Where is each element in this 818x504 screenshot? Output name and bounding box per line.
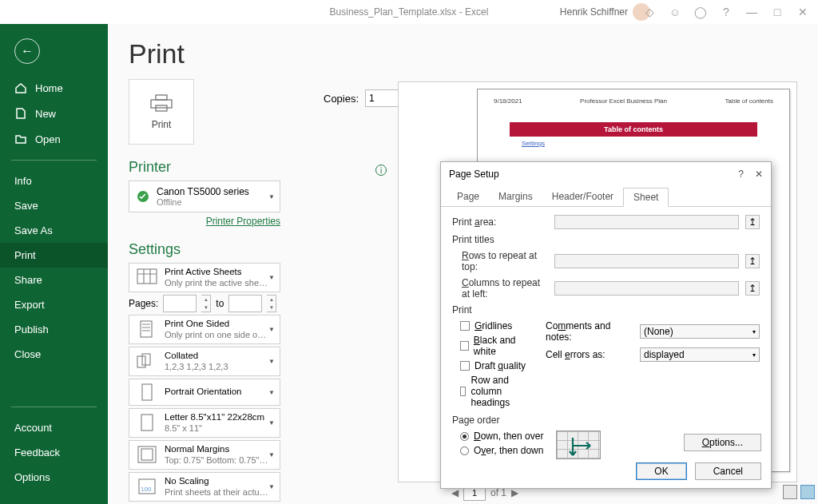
black-white-checkbox[interactable] <box>460 341 469 351</box>
draft-quality-checkbox[interactable] <box>460 361 470 371</box>
pages-label: Pages: <box>129 298 158 309</box>
print-area-label: Print area: <box>452 216 548 228</box>
backstage-sidebar: ← Home New Open Info Save Save As Print … <box>0 24 108 504</box>
print-button[interactable]: Print <box>129 79 194 145</box>
sidebar-item-publish[interactable]: Publish <box>0 317 108 342</box>
comments-dropdown[interactable]: (None)▾ <box>640 324 760 339</box>
collate-icon <box>136 351 158 371</box>
collate-dropdown[interactable]: Collated1,2,3 1,2,3 1,2,3▼ <box>129 347 280 376</box>
down-then-over-radio[interactable] <box>460 432 469 441</box>
svg-rect-4 <box>137 269 157 284</box>
sidebar-item-open[interactable]: Open <box>0 126 108 152</box>
printer-info-icon[interactable]: i <box>375 165 387 176</box>
printer-properties-link[interactable]: Printer Properties <box>129 216 280 227</box>
options-button[interactable]: Options... <box>684 434 761 451</box>
sidebar-item-account[interactable]: Account <box>0 415 108 440</box>
print-what-dropdown[interactable]: Print Active SheetsOnly print the active… <box>129 263 280 292</box>
dialog-tabs: Page Margins Header/Footer Sheet <box>441 188 771 207</box>
next-page-button[interactable]: ▶ <box>511 487 518 498</box>
maximize-icon[interactable]: □ <box>770 6 784 18</box>
zoom-to-page-button[interactable] <box>800 485 815 499</box>
printer-status-icon <box>136 189 150 204</box>
rows-repeat-input[interactable] <box>554 254 739 268</box>
scaling-icon: 100 <box>136 477 158 496</box>
document-title: Business_Plan_Template.xlsx - Excel <box>330 6 489 18</box>
show-margins-button[interactable] <box>783 485 797 499</box>
dialog-title: Page Setup <box>449 169 499 180</box>
sidebar-item-options[interactable]: Options <box>0 465 108 490</box>
svg-rect-11 <box>141 449 153 460</box>
sidebar-item-info[interactable]: Info <box>0 169 108 193</box>
tab-header-footer[interactable]: Header/Footer <box>542 188 623 206</box>
one-sided-icon <box>136 319 158 339</box>
minimize-icon[interactable]: — <box>745 6 759 18</box>
tab-page[interactable]: Page <box>447 188 489 206</box>
home-icon <box>14 81 27 94</box>
pages-to-input[interactable] <box>228 295 262 312</box>
help-icon[interactable]: ? <box>719 6 733 18</box>
prev-page-button[interactable]: ◀ <box>451 487 459 498</box>
smile-icon[interactable]: ☺ <box>668 6 682 18</box>
over-then-down-radio[interactable] <box>460 446 469 455</box>
dialog-help-button[interactable]: ? <box>738 169 744 180</box>
page-setup-dialog: Page Setup ? ✕ Page Margins Header/Foote… <box>440 161 772 489</box>
account-icon[interactable]: ◯ <box>693 6 708 18</box>
preview-toc-bar: Table of contents <box>510 122 757 137</box>
svg-rect-5 <box>141 321 152 337</box>
copies-input[interactable] <box>365 89 399 107</box>
tab-sheet[interactable]: Sheet <box>623 188 669 207</box>
svg-rect-9 <box>141 415 153 431</box>
close-window-icon[interactable]: ✕ <box>796 6 810 18</box>
svg-rect-8 <box>142 384 152 400</box>
print-group: Print <box>452 304 760 315</box>
margins-icon <box>136 445 158 464</box>
pages-from-input[interactable] <box>163 295 197 312</box>
printer-dropdown[interactable]: Canon TS5000 seriesOffline ▼ <box>129 181 280 212</box>
rows-repeat-range-button[interactable]: ↥ <box>745 254 760 268</box>
user-account[interactable]: Henrik Schiffner <box>560 3 650 21</box>
cols-repeat-range-button[interactable]: ↥ <box>745 281 760 296</box>
sidebar-item-save[interactable]: Save <box>0 193 108 218</box>
margins-dropdown[interactable]: Normal MarginsTop: 0.75" Bottom: 0.75" L… <box>129 440 280 470</box>
title-bar: Business_Plan_Template.xlsx - Excel Henr… <box>0 0 818 24</box>
folder-icon <box>14 133 27 145</box>
sidebar-item-home[interactable]: Home <box>0 75 108 101</box>
page-order-preview <box>556 431 601 459</box>
sidebar-item-feedback[interactable]: Feedback <box>0 440 108 465</box>
portrait-icon <box>136 383 158 402</box>
row-col-headings-checkbox[interactable] <box>460 387 466 396</box>
sheets-icon <box>136 268 158 287</box>
orientation-dropdown[interactable]: Portrait Orientation▼ <box>129 379 280 406</box>
sidebar-item-share[interactable]: Share <box>0 268 108 292</box>
printer-icon <box>149 93 173 113</box>
print-backstage: Print Print Copies: ▲▼ i Printer Canon T… <box>108 24 818 504</box>
tab-margins[interactable]: Margins <box>489 188 542 206</box>
sidebar-item-export[interactable]: Export <box>0 292 108 317</box>
chevron-down-icon: ▼ <box>268 193 275 200</box>
cancel-button[interactable]: Cancel <box>695 462 761 480</box>
sidebar-item-new[interactable]: New <box>0 101 108 126</box>
diamond-icon[interactable]: ◇ <box>642 6 657 18</box>
paper-size-dropdown[interactable]: Letter 8.5"x11" 22x28cm8.5" x 11"▼ <box>129 408 280 438</box>
page-title: Print <box>129 38 797 69</box>
sidebar-item-print[interactable]: Print <box>0 243 108 268</box>
print-area-range-button[interactable]: ↥ <box>745 215 760 229</box>
sidebar-item-save-as[interactable]: Save As <box>0 218 108 243</box>
file-icon <box>14 107 27 120</box>
print-titles-group: Print titles <box>452 234 760 245</box>
back-button[interactable]: ← <box>14 38 40 64</box>
copies-label: Copies: <box>324 93 359 105</box>
svg-rect-0 <box>151 100 172 108</box>
page-order-group: Page order <box>452 415 760 426</box>
sidebar-item-close[interactable]: Close <box>0 342 108 367</box>
scaling-dropdown[interactable]: 100 No ScalingPrint sheets at their actu… <box>129 472 280 502</box>
gridlines-checkbox[interactable] <box>460 321 470 331</box>
ok-button[interactable]: OK <box>636 462 686 480</box>
sided-dropdown[interactable]: Print One SidedOnly print on one side of… <box>129 315 280 344</box>
dialog-close-button[interactable]: ✕ <box>755 169 763 180</box>
svg-rect-7 <box>142 354 150 365</box>
svg-rect-6 <box>137 356 145 367</box>
cell-errors-dropdown[interactable]: displayed▾ <box>640 347 760 362</box>
cols-repeat-input[interactable] <box>554 281 739 296</box>
print-area-input[interactable] <box>554 215 739 229</box>
